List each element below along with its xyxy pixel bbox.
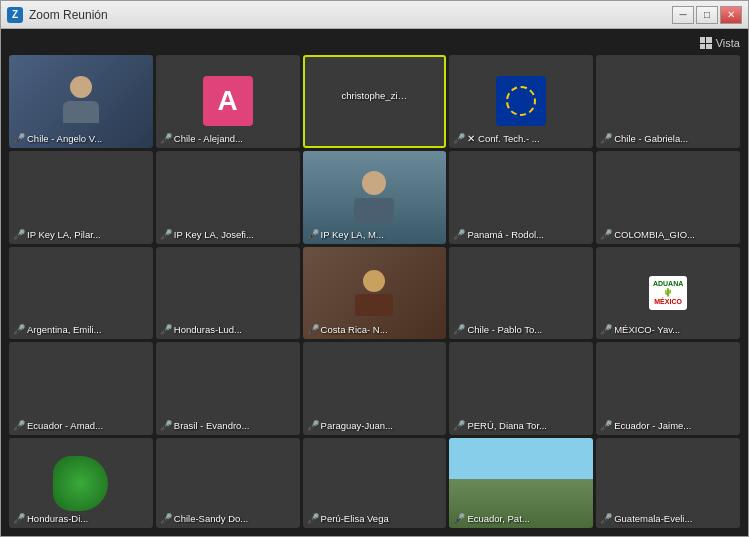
participant-name-24: Ecuador, Pat... — [467, 513, 589, 524]
participant-name-1: Chile - Angelo V... — [27, 133, 149, 144]
participant-name-9: Panamá - Rodol... — [467, 229, 589, 240]
mute-icon-24: 🎤 — [453, 513, 465, 524]
participant-name-15: MÉXICO- Yav... — [614, 324, 736, 335]
mute-icon-19: 🎤 — [453, 420, 465, 431]
tile-ecuador-jaime[interactable]: 🎤 Ecuador - Jaime... — [596, 342, 740, 435]
mute-icon-10: 🎤 — [600, 229, 612, 240]
participant-name-5: Chile - Gabriela... — [614, 133, 736, 144]
tile-mexico[interactable]: ADUANA 🌵 MÉXICO 🎤 MÉXICO- Yav... — [596, 247, 740, 340]
mute-icon-2: 🎤 — [160, 133, 172, 144]
window-title: Zoom Reunión — [29, 8, 108, 22]
mute-icon-6: 🎤 — [13, 229, 25, 240]
participant-name-2: Chile - Alejand... — [174, 133, 296, 144]
view-button[interactable]: Vista — [700, 37, 740, 49]
mute-icon-23: 🎤 — [307, 513, 319, 524]
tile-brasil[interactable]: 🎤 Brasil - Evandro... — [156, 342, 300, 435]
participant-name-25: Guatemala-Eveli... — [614, 513, 736, 524]
tile-panama[interactable]: 🎤 Panamá - Rodol... — [449, 151, 593, 244]
close-button[interactable]: ✕ — [720, 6, 742, 24]
participant-name-8: IP Key LA, M... — [321, 229, 443, 240]
participants-grid: 🎤 Chile - Angelo V... A 🎤 Chile - Alejan… — [9, 55, 740, 528]
mute-icon-25: 🎤 — [600, 513, 612, 524]
tile-chile-sandy[interactable]: 🎤 Chile-Sandy Do... — [156, 438, 300, 528]
participant-name-22: Chile-Sandy Do... — [174, 513, 296, 524]
participant-name-4: ✕ Conf. Tech.- ... — [467, 133, 589, 144]
maximize-button[interactable]: □ — [696, 6, 718, 24]
view-label: Vista — [716, 37, 740, 49]
tile-ecuador-pat[interactable]: 🎤 Ecuador, Pat... — [449, 438, 593, 528]
mute-icon-21: 🎤 — [13, 513, 25, 524]
eu-logo — [496, 76, 546, 126]
tile-costa-rica[interactable]: 🎤 Costa Rica- N... — [303, 247, 447, 340]
tile-chile-alejandro[interactable]: A 🎤 Chile - Alejand... — [156, 55, 300, 148]
mute-icon-22: 🎤 — [160, 513, 172, 524]
participant-name-12: Honduras-Lud... — [174, 324, 296, 335]
mute-icon-15: 🎤 — [600, 324, 612, 335]
participant-name-17: Brasil - Evandro... — [174, 420, 296, 431]
minimize-button[interactable]: ─ — [672, 6, 694, 24]
mute-icon-11: 🎤 — [13, 324, 25, 335]
mute-icon-13: 🎤 — [307, 324, 319, 335]
participant-name-3: christophe_zim... — [342, 90, 408, 101]
title-bar-left: Z Zoom Reunión — [7, 7, 108, 23]
mute-icon-20: 🎤 — [600, 420, 612, 431]
participant-name-21: Honduras-Di... — [27, 513, 149, 524]
tile-colombia[interactable]: 🎤 COLOMBIA_GIO... — [596, 151, 740, 244]
app-icon: Z — [7, 7, 23, 23]
participant-name-6: IP Key LA, Pilar... — [27, 229, 149, 240]
toolbar: Vista — [9, 37, 740, 49]
mute-icon-17: 🎤 — [160, 420, 172, 431]
participant-name-16: Ecuador - Amad... — [27, 420, 149, 431]
tile-honduras-lud[interactable]: 🎤 Honduras-Lud... — [156, 247, 300, 340]
participant-name-20: Ecuador - Jaime... — [614, 420, 736, 431]
main-content: Vista 🎤 Chile - Angelo V... A 🎤 Chile — [1, 29, 748, 536]
mute-icon-1: 🎤 — [13, 133, 25, 144]
tile-ip-pilar[interactable]: 🎤 IP Key LA, Pilar... — [9, 151, 153, 244]
participant-name-18: Paraguay-Juan... — [321, 420, 443, 431]
tile-chile-angelo[interactable]: 🎤 Chile - Angelo V... — [9, 55, 153, 148]
tile-christophe[interactable]: christophe_zim... — [303, 55, 447, 148]
tile-argentina[interactable]: 🎤 Argentina, Emili... — [9, 247, 153, 340]
tile-ip-m[interactable]: 🎤 IP Key LA, M... — [303, 151, 447, 244]
mute-icon-4: 🎤 — [453, 133, 465, 144]
grid-icon — [700, 37, 712, 49]
tile-peru-elisa[interactable]: 🎤 Perú-Elisa Vega — [303, 438, 447, 528]
window-controls[interactable]: ─ □ ✕ — [672, 6, 742, 24]
avatar-2: A — [203, 76, 253, 126]
mute-icon-8: 🎤 — [307, 229, 319, 240]
participant-name-11: Argentina, Emili... — [27, 324, 149, 335]
title-bar: Z Zoom Reunión ─ □ ✕ — [1, 1, 748, 29]
tile-guatemala[interactable]: 🎤 Guatemala-Eveli... — [596, 438, 740, 528]
tile-peru-diana[interactable]: 🎤 PERÚ, Diana Tor... — [449, 342, 593, 435]
tile-ecuador-amad[interactable]: 🎤 Ecuador - Amad... — [9, 342, 153, 435]
mute-icon-5: 🎤 — [600, 133, 612, 144]
mute-icon-7: 🎤 — [160, 229, 172, 240]
participant-name-23: Perú-Elisa Vega — [321, 513, 443, 524]
tile-chile-pablo[interactable]: 🎤 Chile - Pablo To... — [449, 247, 593, 340]
participant-name-14: Chile - Pablo To... — [467, 324, 589, 335]
tile-chile-gabriela[interactable]: 🎤 Chile - Gabriela... — [596, 55, 740, 148]
tile-ip-josefi[interactable]: 🎤 IP Key LA, Josefi... — [156, 151, 300, 244]
tile-honduras-di[interactable]: 🎤 Honduras-Di... — [9, 438, 153, 528]
participant-name-13: Costa Rica- N... — [321, 324, 443, 335]
tile-conf-tech[interactable]: 🎤 ✕ Conf. Tech.- ... — [449, 55, 593, 148]
participant-name-10: COLOMBIA_GIO... — [614, 229, 736, 240]
participant-name-7: IP Key LA, Josefi... — [174, 229, 296, 240]
mute-icon-12: 🎤 — [160, 324, 172, 335]
mute-icon-16: 🎤 — [13, 420, 25, 431]
tile-paraguay[interactable]: 🎤 Paraguay-Juan... — [303, 342, 447, 435]
honduras-logo — [53, 456, 108, 511]
mute-icon-18: 🎤 — [307, 420, 319, 431]
participant-name-19: PERÚ, Diana Tor... — [467, 420, 589, 431]
mute-icon-9: 🎤 — [453, 229, 465, 240]
mute-icon-14: 🎤 — [453, 324, 465, 335]
zoom-window: Z Zoom Reunión ─ □ ✕ Vista — [0, 0, 749, 537]
